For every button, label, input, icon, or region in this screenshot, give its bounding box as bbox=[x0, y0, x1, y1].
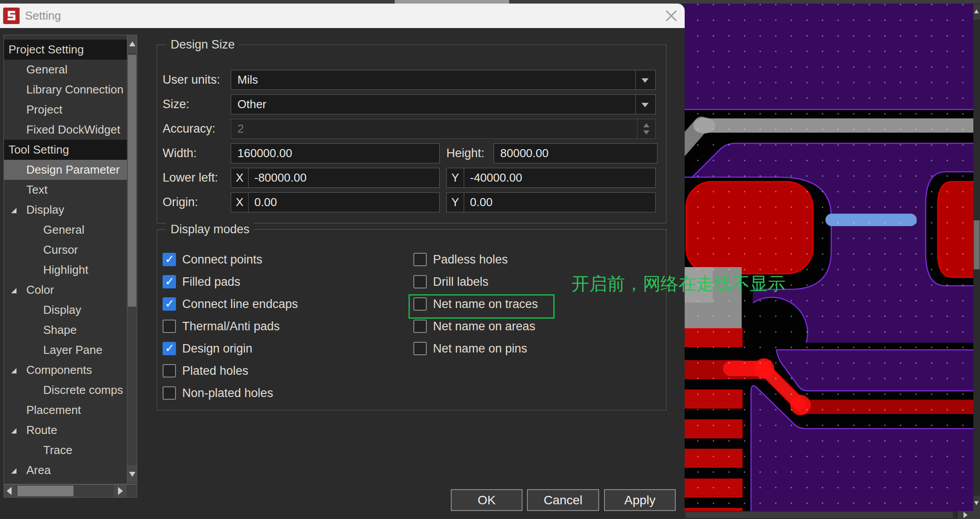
accuracy-label: Accuracy: bbox=[163, 119, 216, 139]
tree-item-highlight[interactable]: Highlight bbox=[4, 260, 128, 280]
tree-item-color[interactable]: Color bbox=[4, 280, 128, 300]
tree-vscroll-thumb[interactable] bbox=[128, 55, 136, 307]
tree-horizontal-scrollbar[interactable] bbox=[4, 484, 137, 498]
pcb-big-red-pad bbox=[686, 182, 813, 274]
scroll-right-button[interactable] bbox=[958, 511, 973, 519]
checkbox-icon[interactable] bbox=[413, 253, 427, 266]
checkbox-icon[interactable] bbox=[163, 342, 176, 355]
tree-item-library-connection[interactable]: Library Connection bbox=[4, 80, 128, 100]
x-prefix: X bbox=[231, 168, 249, 187]
tree-item-discrete-comps[interactable]: Discrete comps bbox=[4, 380, 128, 400]
tree-vertical-scrollbar[interactable] bbox=[127, 35, 137, 484]
checkbox-icon[interactable] bbox=[163, 364, 176, 377]
app-logo-icon bbox=[3, 8, 20, 24]
arrow-up-icon bbox=[129, 41, 135, 46]
tree-item-components[interactable]: Components bbox=[4, 360, 128, 380]
scroll-left-button[interactable] bbox=[4, 485, 16, 497]
scroll-down-button[interactable] bbox=[127, 465, 137, 483]
checkbox-icon[interactable] bbox=[163, 297, 176, 311]
tree-item-color-display[interactable]: Display bbox=[4, 300, 128, 320]
pcb-vscroll-thumb[interactable] bbox=[974, 220, 980, 269]
lower-left-y-input[interactable]: Y -40000.00 bbox=[446, 168, 656, 188]
tree-item-display[interactable]: Display bbox=[4, 200, 128, 220]
user-units-label: User units: bbox=[163, 70, 220, 90]
expand-triangle-icon[interactable] bbox=[11, 208, 16, 213]
cancel-button[interactable]: Cancel bbox=[527, 489, 599, 511]
checkbox-icon[interactable] bbox=[163, 253, 176, 266]
user-units-select[interactable]: Mils bbox=[231, 70, 656, 90]
pcb-red-bar bbox=[800, 400, 980, 414]
pcb-canvas[interactable] bbox=[685, 4, 980, 519]
origin-y-value: 0.00 bbox=[470, 193, 493, 212]
tree-item-fixed-dockwidget[interactable]: Fixed DockWidget bbox=[4, 120, 128, 140]
tree-item-general[interactable]: General bbox=[4, 60, 128, 80]
arrow-down-icon bbox=[974, 501, 979, 505]
setting-dialog: Setting Project Setting General Library … bbox=[0, 4, 685, 519]
dialog-title: Setting bbox=[25, 9, 61, 23]
scroll-up-button[interactable] bbox=[973, 4, 980, 20]
expand-triangle-icon[interactable] bbox=[11, 368, 16, 373]
spin-down-icon bbox=[643, 130, 649, 134]
size-select[interactable]: Other bbox=[231, 94, 656, 114]
tree-item-display-general[interactable]: General bbox=[4, 220, 128, 240]
tree-header-tool-setting[interactable]: Tool Setting bbox=[4, 140, 128, 160]
pcb-horizontal-scrollbar[interactable] bbox=[685, 511, 973, 519]
tree-item-layer-pane[interactable]: Layer Pane bbox=[4, 340, 128, 360]
lower-left-y-value: -40000.00 bbox=[470, 168, 522, 187]
tree-item-project[interactable]: Project bbox=[4, 100, 128, 120]
pcb-blue-trace bbox=[825, 214, 917, 226]
pcb-purple-wedge bbox=[776, 350, 980, 391]
tree-item-cursor[interactable]: Cursor bbox=[4, 240, 128, 260]
apply-button[interactable]: Apply bbox=[604, 489, 676, 511]
pcb-artwork bbox=[685, 4, 980, 519]
pcb-red-via-1 bbox=[754, 358, 774, 379]
checkbox-icon[interactable] bbox=[163, 386, 176, 400]
y-prefix: Y bbox=[447, 168, 464, 187]
accuracy-spinner[interactable]: 2 bbox=[231, 119, 656, 139]
tree-item-shape[interactable]: Shape bbox=[4, 320, 128, 340]
height-input[interactable]: 80000.00 bbox=[494, 143, 657, 163]
ok-button[interactable]: OK bbox=[451, 489, 523, 511]
highlight-rectangle bbox=[408, 294, 555, 319]
lower-left-x-input[interactable]: X -80000.00 bbox=[231, 168, 440, 188]
origin-label: Origin: bbox=[163, 192, 198, 212]
expand-triangle-icon[interactable] bbox=[11, 288, 16, 293]
close-button[interactable] bbox=[662, 8, 681, 24]
tree-item-text[interactable]: Text bbox=[4, 180, 128, 200]
expand-triangle-icon[interactable] bbox=[11, 428, 16, 434]
annotation-text: 开启前，网络在走线不显示 bbox=[572, 272, 785, 296]
dropdown-arrow-box[interactable] bbox=[635, 70, 655, 89]
checkbox-icon[interactable] bbox=[413, 342, 427, 355]
origin-y-input[interactable]: Y 0.00 bbox=[446, 192, 656, 212]
chevron-down-icon bbox=[641, 78, 649, 83]
pcb-hscroll-thumb[interactable] bbox=[686, 512, 953, 518]
tree-header-project-setting[interactable]: Project Setting bbox=[4, 40, 128, 60]
checkbox-icon[interactable] bbox=[413, 275, 427, 288]
display-modes-group-title: Display modes bbox=[166, 223, 254, 236]
spinner-buttons[interactable] bbox=[637, 119, 655, 138]
accuracy-value: 2 bbox=[237, 122, 244, 135]
scroll-right-button[interactable] bbox=[114, 485, 127, 497]
tree-item-design-parameter[interactable]: Design Parameter bbox=[4, 160, 128, 180]
arrow-right-icon bbox=[964, 512, 968, 518]
origin-x-input[interactable]: X 0.00 bbox=[231, 192, 440, 212]
tree-item-trace[interactable]: Trace bbox=[4, 440, 128, 460]
tree-item-route[interactable]: Route bbox=[4, 420, 128, 440]
dialog-titlebar[interactable]: Setting bbox=[0, 4, 685, 28]
lower-left-label: Lower left: bbox=[163, 168, 218, 188]
settings-tree: Project Setting General Library Connecti… bbox=[4, 35, 137, 484]
pcb-vertical-scrollbar[interactable] bbox=[973, 4, 980, 519]
expand-triangle-icon[interactable] bbox=[11, 468, 16, 474]
tree-item-placement[interactable]: Placement bbox=[4, 400, 128, 420]
app-top-scrollbar-thumb[interactable] bbox=[395, 0, 509, 4]
tree-hscroll-thumb[interactable] bbox=[17, 486, 74, 496]
y-prefix: Y bbox=[447, 193, 464, 212]
checkbox-icon[interactable] bbox=[413, 320, 427, 333]
scroll-up-button[interactable] bbox=[127, 35, 137, 53]
scroll-down-button[interactable] bbox=[973, 496, 980, 511]
checkbox-icon[interactable] bbox=[163, 320, 176, 333]
checkbox-icon[interactable] bbox=[163, 275, 176, 288]
width-input[interactable]: 160000.00 bbox=[231, 143, 440, 163]
dropdown-arrow-box[interactable] bbox=[635, 95, 655, 114]
tree-item-area[interactable]: Area bbox=[4, 460, 128, 480]
